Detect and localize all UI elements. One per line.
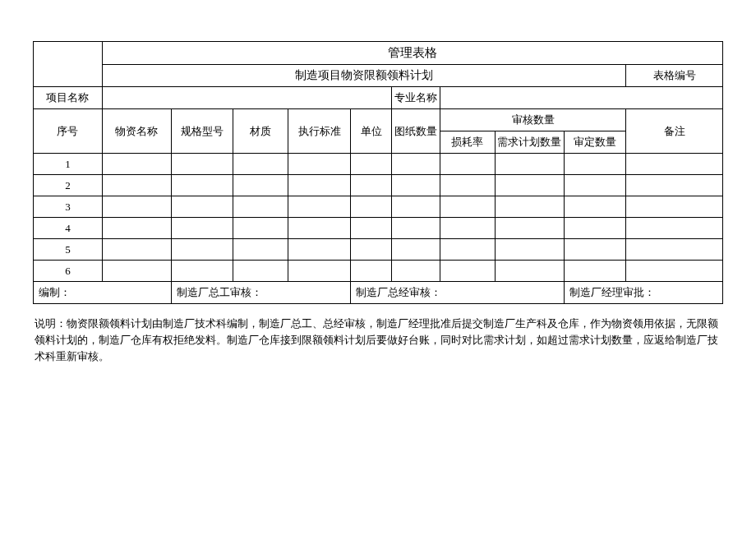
approval-compiled: 编制：: [34, 282, 172, 304]
table-cell: [233, 261, 288, 282]
table-cell: [392, 175, 440, 196]
table-cell: [564, 239, 626, 261]
sub-title: 制造项目物资限额领料计划: [102, 65, 626, 87]
table-cell: [233, 196, 288, 218]
form-table: 管理表格 制造项目物资限额领料计划 表格编号 项目名称 专业名称 序号 物资名称…: [33, 41, 723, 304]
approval-chief: 制造厂总工审核：: [171, 282, 350, 304]
specialty-name-label: 专业名称: [392, 87, 440, 109]
table-cell: [440, 261, 495, 282]
table-cell: [233, 154, 288, 175]
row-seq: 6: [34, 261, 103, 282]
table-cell: [233, 218, 288, 239]
table-cell: [171, 261, 233, 282]
col-spec: 规格型号: [171, 109, 233, 154]
col-audit-group: 审核数量: [440, 109, 626, 131]
table-cell: [350, 175, 391, 196]
col-drawing-qty: 图纸数量: [392, 109, 440, 154]
approval-gm: 制造厂总经审核：: [350, 282, 564, 304]
table-cell: [171, 154, 233, 175]
table-cell: [496, 175, 565, 196]
table-cell: [171, 196, 233, 218]
table-cell: [392, 261, 440, 282]
table-cell: [350, 218, 391, 239]
table-cell: [102, 261, 171, 282]
col-standard: 执行标准: [288, 109, 351, 154]
table-cell: [626, 218, 723, 239]
row-seq: 4: [34, 218, 103, 239]
table-cell: [626, 175, 723, 196]
table-cell: [496, 196, 565, 218]
table-cell: [392, 154, 440, 175]
table-cell: [440, 218, 495, 239]
table-cell: [171, 239, 233, 261]
header-blank: [34, 42, 103, 87]
table-cell: [626, 196, 723, 218]
col-plan-qty: 需求计划数量: [496, 131, 565, 154]
table-cell: [626, 154, 723, 175]
table-cell: [288, 218, 351, 239]
col-material: 材质: [233, 109, 288, 154]
form-number-label: 表格编号: [626, 65, 723, 87]
table-cell: [350, 239, 391, 261]
row-seq: 3: [34, 196, 103, 218]
col-approved-qty: 审定数量: [564, 131, 626, 154]
note-text: 说明：物资限额领料计划由制造厂技术科编制，制造厂总工、总经审核，制造厂经理批准后…: [33, 311, 723, 365]
col-unit: 单位: [350, 109, 391, 154]
table-cell: [102, 154, 171, 175]
table-cell: [288, 239, 351, 261]
table-cell: [102, 239, 171, 261]
table-cell: [350, 196, 391, 218]
table-cell: [102, 218, 171, 239]
project-name-label: 项目名称: [34, 87, 103, 109]
table-cell: [392, 218, 440, 239]
table-cell: [626, 239, 723, 261]
table-cell: [171, 218, 233, 239]
table-cell: [350, 261, 391, 282]
table-cell: [288, 196, 351, 218]
col-material-name: 物资名称: [102, 109, 171, 154]
table-cell: [440, 239, 495, 261]
col-seq: 序号: [34, 109, 103, 154]
table-cell: [288, 175, 351, 196]
table-cell: [233, 175, 288, 196]
table-cell: [496, 261, 565, 282]
table-cell: [496, 218, 565, 239]
table-cell: [626, 261, 723, 282]
table-cell: [102, 196, 171, 218]
col-remark: 备注: [626, 109, 723, 154]
main-title: 管理表格: [102, 42, 722, 65]
project-name-value: [102, 87, 391, 109]
table-cell: [392, 239, 440, 261]
table-cell: [564, 175, 626, 196]
table-cell: [564, 261, 626, 282]
table-cell: [102, 175, 171, 196]
table-cell: [564, 196, 626, 218]
table-cell: [440, 175, 495, 196]
table-cell: [233, 239, 288, 261]
approval-manager: 制造厂经理审批：: [564, 282, 722, 304]
row-seq: 5: [34, 239, 103, 261]
table-cell: [496, 154, 565, 175]
table-cell: [496, 239, 565, 261]
table-cell: [440, 154, 495, 175]
table-cell: [288, 154, 351, 175]
row-seq: 2: [34, 175, 103, 196]
table-cell: [392, 196, 440, 218]
table-cell: [171, 175, 233, 196]
table-cell: [564, 154, 626, 175]
table-cell: [288, 261, 351, 282]
table-cell: [350, 154, 391, 175]
table-cell: [564, 218, 626, 239]
specialty-name-value: [440, 87, 722, 109]
col-loss-rate: 损耗率: [440, 131, 495, 154]
row-seq: 1: [34, 154, 103, 175]
table-cell: [440, 196, 495, 218]
